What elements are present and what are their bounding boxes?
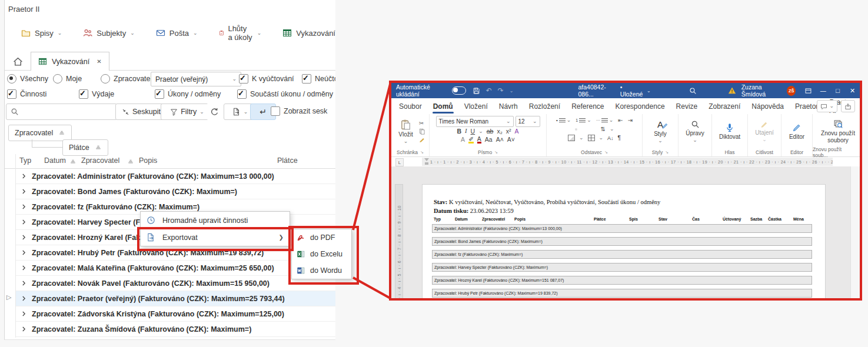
- indent-icon[interactable]: ⇥: [628, 117, 633, 124]
- menu-item-export[interactable]: Exportovat ❯: [141, 229, 290, 246]
- grow-font-button[interactable]: A˄: [496, 136, 504, 143]
- collapse-ribbon-icon[interactable]: ˄: [860, 149, 862, 155]
- dictate-button[interactable]: Diktovat: [716, 122, 744, 141]
- tab-revize[interactable]: Revize: [676, 100, 699, 113]
- filtry-button[interactable]: Filtry ⌄: [161, 104, 214, 120]
- document-name[interactable]: afa40842-086...: [578, 84, 616, 98]
- expand-chevron-icon[interactable]: [21, 326, 27, 332]
- tab-korespondence[interactable]: Korespondence: [615, 100, 666, 113]
- tab-vykazovani[interactable]: Vykazování ✕: [31, 52, 109, 71]
- expand-chevron-icon[interactable]: [21, 173, 27, 179]
- sort-button[interactable]: A↓: [607, 135, 614, 141]
- change-case-button[interactable]: Aa: [485, 136, 493, 143]
- sensitivity-button[interactable]: Utajení ⌄: [751, 119, 777, 144]
- checkbox-cinnosti[interactable]: Činnosti: [7, 89, 46, 99]
- indent-marker[interactable]: [424, 158, 429, 161]
- save-icon[interactable]: [473, 87, 480, 95]
- menu-lhuty-a-ukoly[interactable]: Lhůty a úkoly ⌄: [219, 24, 262, 42]
- underline-button[interactable]: U: [471, 128, 475, 135]
- editing-button[interactable]: Úpravy ⌄: [682, 119, 708, 144]
- expand-chevron-icon[interactable]: [21, 295, 27, 302]
- col-platce[interactable]: Plátce: [277, 156, 298, 165]
- checkbox-neuctovat[interactable]: Neúčtovat: [302, 74, 335, 84]
- vertical-ruler[interactable]: 3 · ı · 4 · ı · 5 · ı · 6 · ı · 7 · ı · …: [395, 184, 403, 298]
- menu-spisy[interactable]: Spisy ⌄: [21, 28, 62, 38]
- expand-chevron-icon[interactable]: [21, 311, 27, 317]
- warning-icon[interactable]: [728, 86, 736, 95]
- align-right-button[interactable]: [588, 128, 590, 131]
- chevron-down-icon[interactable]: ⌄: [647, 88, 651, 94]
- radio-zpracovatel[interactable]: Zpracovatel:: [101, 74, 154, 84]
- table-row[interactable]: Zpracovatel: Zádvorská Kristýna (Fakturo…: [16, 306, 335, 322]
- line-spacing-button[interactable]: ⇅: [601, 126, 606, 132]
- table-row[interactable]: Zpracovatel: Zuzana Šmídová (Fakturováno…: [16, 322, 335, 337]
- italic-button[interactable]: I: [465, 128, 467, 135]
- highlight-button[interactable]: ✐: [468, 136, 474, 144]
- format-painter-icon[interactable]: [419, 136, 425, 143]
- radio-vsechny[interactable]: Všechny: [7, 74, 48, 84]
- indent-marker[interactable]: [425, 162, 428, 165]
- comments-button[interactable]: ⌄: [817, 100, 837, 112]
- submenu-item-pdf[interactable]: do PDF: [292, 229, 351, 246]
- outdent-icon[interactable]: ⇤: [618, 117, 623, 124]
- menu-subjekty[interactable]: Subjekty ⌄: [83, 28, 134, 38]
- menu-item-bulk-edit[interactable]: Hromadně upravit činnosti: [141, 212, 290, 229]
- submenu-item-word[interactable]: do Wordu: [292, 262, 351, 279]
- shrink-font-button[interactable]: A˅: [507, 136, 515, 143]
- dialog-launcher-icon[interactable]: ↘: [494, 150, 498, 155]
- dialog-launcher-icon[interactable]: ↘: [420, 150, 424, 155]
- tab-praetor[interactable]: Praetor: [794, 100, 819, 113]
- checkbox-ukony[interactable]: Úkony / odměny: [155, 89, 221, 99]
- zpracovatel-select[interactable]: Praetor (veřejný) ⌄: [151, 72, 241, 86]
- borders-button[interactable]: [588, 135, 595, 141]
- refresh-button[interactable]: [207, 104, 222, 120]
- font-name-select[interactable]: Times New Roman ⌄: [436, 116, 514, 127]
- checkbox-soucasti[interactable]: Součástí úkonu / odměny: [237, 89, 333, 99]
- user-name[interactable]: Zuzana Šmídová: [741, 84, 783, 98]
- tab-reference[interactable]: Reference: [571, 100, 604, 113]
- checkbox-zobrazit[interactable]: Zobrazit sesk: [271, 106, 327, 116]
- font-color-button[interactable]: A: [477, 136, 481, 144]
- redo-icon[interactable]: ↷: [498, 86, 504, 95]
- tab-domu[interactable]: Domů: [433, 100, 454, 113]
- document-page[interactable]: Stav: K vyúčtování, Neúčtovat, Vyúčtován…: [422, 184, 826, 298]
- seskupit-button[interactable]: Seskupit: [115, 104, 167, 120]
- col-zpracovatel[interactable]: Zpracovatel: [81, 156, 119, 165]
- sort-icon[interactable]: [69, 158, 77, 165]
- scrollbar-area[interactable]: [850, 166, 860, 298]
- reuse-files-button[interactable]: Znovu použít soubory: [812, 118, 862, 145]
- search-icon[interactable]: [689, 87, 697, 95]
- menu-posta[interactable]: Pošta ⌄: [156, 28, 198, 38]
- cut-icon[interactable]: ✂: [419, 120, 425, 126]
- autosave-toggle[interactable]: [452, 86, 465, 95]
- text-effects-button[interactable]: A: [461, 136, 465, 143]
- share-button[interactable]: [841, 100, 855, 112]
- tab-soubor[interactable]: Soubor: [398, 100, 423, 113]
- bullet-list-button[interactable]: •⌄: [556, 118, 571, 123]
- editor-button[interactable]: Editor: [786, 122, 808, 141]
- menu-vykazovani[interactable]: Vykazování: [282, 28, 335, 38]
- col-typ[interactable]: Typ: [19, 156, 31, 165]
- table-row[interactable]: Zpracovatel: Bond James (Fakturováno (CZ…: [16, 184, 335, 199]
- expand-chevron-icon[interactable]: [21, 203, 27, 210]
- styles-button[interactable]: A Styly ⌄: [650, 118, 670, 145]
- justify-button[interactable]: [594, 128, 597, 131]
- search-input[interactable]: [6, 104, 117, 120]
- tab-selector[interactable]: L: [395, 158, 404, 166]
- group-chip-platce[interactable]: Plátce: [62, 139, 108, 156]
- group-chip-zpracovatel[interactable]: Zpracovatel: [8, 125, 72, 141]
- checkbox-k-vyuctovani[interactable]: K vyúčtování: [239, 74, 294, 84]
- numbered-list-button[interactable]: 1⌄: [576, 118, 591, 123]
- expand-chevron-icon[interactable]: [21, 249, 27, 256]
- dialog-launcher-icon[interactable]: ↘: [604, 150, 608, 155]
- tab-napoveda[interactable]: Nápověda: [751, 100, 784, 113]
- expand-chevron-icon[interactable]: [21, 234, 27, 241]
- expand-chevron-icon[interactable]: [21, 265, 27, 271]
- clear-formatting-button[interactable]: A: [514, 128, 518, 135]
- expand-chevron-icon[interactable]: [21, 188, 27, 195]
- close-icon[interactable]: ✕: [97, 58, 101, 65]
- checkbox-vydaje[interactable]: Výdaje: [79, 89, 114, 99]
- paste-button[interactable]: Vložit ⌄: [395, 118, 416, 145]
- align-center-button[interactable]: [581, 128, 584, 131]
- superscript-button[interactable]: x²: [506, 128, 511, 135]
